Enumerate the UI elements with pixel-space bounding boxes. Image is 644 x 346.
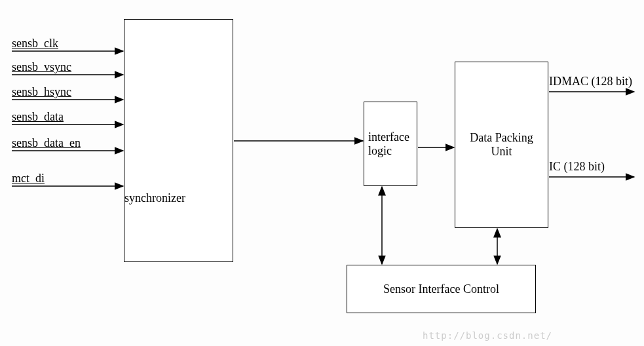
input-sensb-clk: sensb_clk <box>12 37 58 50</box>
input-sensb-data-en: sensb_data_en <box>12 136 81 150</box>
input-sensb-vsync: sensb_vsync <box>12 60 71 74</box>
block-data-packing-unit: Data Packing Unit <box>455 62 548 228</box>
block-interface-logic-label: interface logic <box>368 130 409 158</box>
block-interface-logic: interface logic <box>364 102 417 186</box>
input-sensb-data: sensb_data <box>12 110 64 124</box>
input-sensb-hsync: sensb_hsync <box>12 85 71 99</box>
block-synchronizer: synchronizer <box>124 19 233 262</box>
output-ic: IC (128 bit) <box>549 160 605 174</box>
block-sensor-interface-control: Sensor Interface Control <box>347 265 536 313</box>
block-data-packing-unit-label: Data Packing Unit <box>470 131 533 159</box>
block-sensor-interface-control-label: Sensor Interface Control <box>383 282 499 296</box>
watermark: http://blog.csdn.net/ <box>423 330 552 341</box>
output-idmac: IDMAC (128 bit) <box>549 75 632 88</box>
block-synchronizer-label: synchronizer <box>124 191 185 205</box>
input-mct-di: mct_di <box>12 172 45 185</box>
